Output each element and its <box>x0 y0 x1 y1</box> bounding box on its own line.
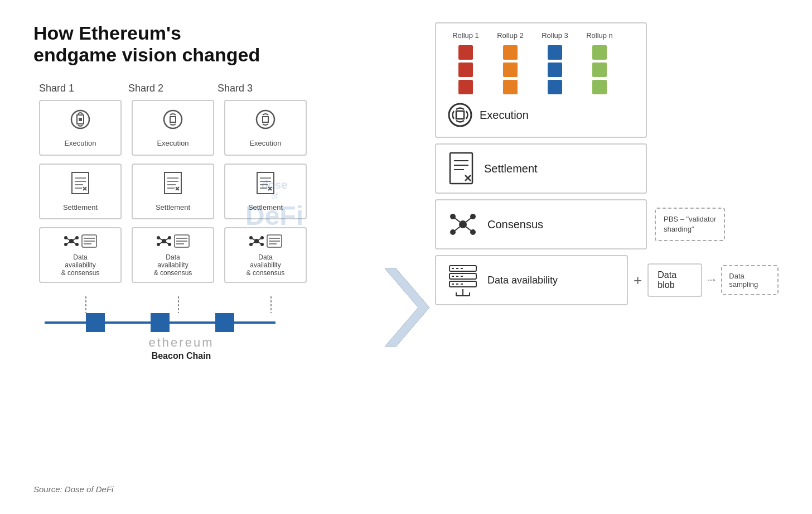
shard-3-settlement-cell: Settlement <box>224 164 307 219</box>
execution-icon-1 <box>69 108 91 134</box>
middle-arrow <box>379 22 435 492</box>
execution-label-row: Execution <box>446 101 636 129</box>
shard-2-da-cell: Data availability & consensus <box>132 227 214 283</box>
settlement-row: Settlement Settleme <box>33 164 379 219</box>
svg-line-85 <box>453 224 463 232</box>
shard-3-da-label: Data availability & consensus <box>246 253 285 277</box>
execution-label: Execution <box>480 109 529 122</box>
data-availability-box: Data availability <box>435 255 628 305</box>
shard-3-execution-cell: Execution <box>224 100 307 156</box>
shard-headers: Shard 1 Shard 2 Shard 3 <box>33 83 379 94</box>
shard-2-da-label: Data availability & consensus <box>154 253 192 277</box>
svg-point-4 <box>257 111 274 128</box>
execution-box: Rollup 1 Rollup 2 Rollup 3 Rollup n <box>435 22 647 138</box>
shard-2-execution-label: Execution <box>157 139 188 147</box>
settlement-icon-2 <box>163 171 182 199</box>
svg-rect-71 <box>456 111 464 119</box>
da-icon-area-1 <box>64 233 97 249</box>
da-icon-area-3 <box>249 233 282 249</box>
shard-2-settlement-label: Settlement <box>156 203 190 212</box>
data-availability-row: Data availability + Data blob Data sampl… <box>435 255 779 305</box>
page: How Ethereum'sendgame vision changed Sha… <box>0 0 812 514</box>
arrow-right-icon <box>708 276 716 285</box>
svg-marker-104 <box>713 278 716 281</box>
svg-rect-1 <box>79 118 82 121</box>
shard-1-header: Shard 1 <box>39 83 128 94</box>
shard-3-settlement-label: Settlement <box>248 203 283 212</box>
shard-3-da-cell: Data availability & consensus <box>224 227 307 283</box>
beacon-section: ethereum Beacon Chain <box>33 293 379 361</box>
shard-2-execution-cell: Execution <box>132 100 214 156</box>
settlement-icon-3 <box>256 171 275 199</box>
consensus-box: Consensus <box>435 199 647 249</box>
svg-rect-3 <box>170 117 176 122</box>
data-sampling-box: Data sampling <box>721 265 779 295</box>
rollup-1-chain <box>446 45 485 94</box>
svg-line-83 <box>453 217 463 224</box>
consensus-label: Consensus <box>487 218 543 231</box>
execution-icon-2 <box>162 108 184 134</box>
rollup-3-header: Rollup 3 <box>535 31 574 40</box>
shard-2-header: Shard 2 <box>128 83 218 94</box>
shard-1-execution-label: Execution <box>64 139 96 147</box>
shard-1-settlement-cell: Settlement <box>39 164 122 219</box>
rollup-2-header: Rollup 2 <box>491 31 530 40</box>
shard-3-execution-label: Execution <box>249 139 281 147</box>
rollup-3-chain <box>535 45 574 94</box>
da-row: Data availability & consensus <box>33 227 379 283</box>
da-icon-area-2 <box>156 233 190 249</box>
svg-line-86 <box>463 224 473 232</box>
rollup-n-chain <box>580 45 619 94</box>
rollup-n-header: Rollup n <box>580 31 619 40</box>
data-availability-label: Data availability <box>487 275 558 286</box>
source-text: Source: Dose of DeFi <box>33 484 113 494</box>
rollup-chains <box>446 45 636 94</box>
shard-1-execution-cell: Execution <box>39 100 122 156</box>
shards-rows: Execution Execution <box>33 100 379 283</box>
settlement-box: Settlement <box>435 143 647 194</box>
settlement-icon-1 <box>71 171 90 199</box>
ethereum-logo-text: ethereum <box>149 335 214 350</box>
execution-icon-3 <box>254 108 277 134</box>
shard-1-settlement-label: Settlement <box>63 203 98 212</box>
settlement-label: Settlement <box>484 162 538 175</box>
execution-row: Execution Execution <box>33 100 379 156</box>
shard-1-da-label: Data availability & consensus <box>61 253 100 277</box>
data-blob-box: Data blob <box>647 263 702 297</box>
plus-sign: + <box>634 272 642 289</box>
left-panel: How Ethereum'sendgame vision changed Sha… <box>33 22 379 492</box>
rollup-headers: Rollup 1 Rollup 2 Rollup 3 Rollup n <box>446 31 636 40</box>
svg-marker-69 <box>385 268 429 347</box>
beacon-chain-label: Beacon Chain <box>152 351 211 361</box>
rollup-1-header: Rollup 1 <box>446 31 485 40</box>
rollup-2-chain <box>491 45 530 94</box>
consensus-row: Consensus PBS – "validator sharding" <box>435 199 779 249</box>
pbs-label: PBS – "validator sharding" <box>655 208 725 241</box>
page-title: How Ethereum'sendgame vision changed <box>33 22 379 66</box>
svg-point-2 <box>164 111 182 128</box>
shard-3-header: Shard 3 <box>218 83 307 94</box>
svg-rect-5 <box>263 117 268 122</box>
svg-line-84 <box>463 217 473 224</box>
right-panel: Rollup 1 Rollup 2 Rollup 3 Rollup n <box>435 22 779 492</box>
shard-2-settlement-cell: Settlement <box>132 164 214 219</box>
shard-1-da-cell: Data availability & consensus <box>39 227 122 283</box>
